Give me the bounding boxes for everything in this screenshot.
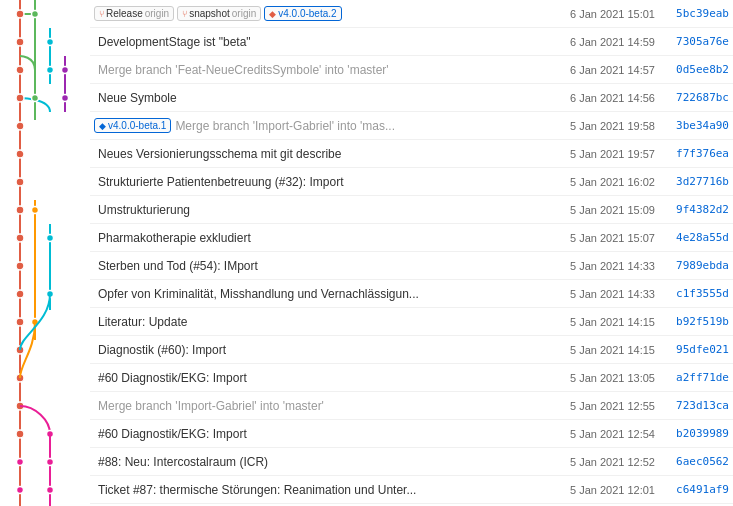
version-tag-badge[interactable]: ◆v4.0.0-beta.1 (94, 118, 171, 133)
version-tag-badge-2[interactable]: ◆v4.0.0-beta.2 (264, 6, 341, 21)
tag-icon: ◆ (269, 9, 276, 19)
tag-icon: ◆ (99, 121, 106, 131)
commit-message: Neues Versionierungsschema mit git descr… (98, 147, 541, 161)
tags-container: ◆v4.0.0-beta.1 (94, 118, 171, 133)
svg-point-24 (32, 11, 39, 18)
svg-point-10 (16, 122, 24, 130)
commit-hash[interactable]: 95dfe021 (659, 343, 729, 356)
svg-point-37 (47, 487, 54, 494)
commit-hash[interactable]: c1f3555d (659, 287, 729, 300)
commit-message: Merge branch 'Import-Gabriel' into 'mast… (98, 399, 541, 413)
commit-row[interactable]: Sterben und Tod (#54): IMport5 Jan 2021 … (90, 252, 733, 280)
commit-message: #60 Diagnostik/EKG: Import (98, 371, 541, 385)
commit-date: 5 Jan 2021 15:09 (545, 204, 655, 216)
commit-row[interactable]: ◆v4.0.0-beta.1Merge branch 'Import-Gabri… (90, 112, 733, 140)
commit-hash[interactable]: c6491af9 (659, 483, 729, 496)
branch-origin: origin (145, 8, 169, 19)
svg-point-13 (16, 206, 24, 214)
commit-date: 5 Jan 2021 13:05 (545, 372, 655, 384)
commit-message: #88: Neu: Intercostalraum (ICR) (98, 455, 541, 469)
svg-point-36 (47, 459, 54, 466)
commit-message: Strukturierte Patientenbetreuung (#32): … (98, 175, 541, 189)
commit-hash[interactable]: f7f376ea (659, 147, 729, 160)
commit-hash[interactable]: b2039989 (659, 427, 729, 440)
commit-hash[interactable]: 3d27716b (659, 175, 729, 188)
commit-row[interactable]: Neues Versionierungsschema mit git descr… (90, 140, 733, 168)
svg-point-21 (16, 430, 24, 438)
commit-date: 5 Jan 2021 14:15 (545, 344, 655, 356)
commit-message: Ticket #87: thermische Störungen: Reanim… (98, 483, 541, 497)
commit-date: 5 Jan 2021 14:33 (545, 288, 655, 300)
commit-row[interactable]: #60 Diagnostik/EKG: Import5 Jan 2021 12:… (90, 420, 733, 448)
commit-hash[interactable]: b92f519b (659, 315, 729, 328)
commit-message: Neue Symbole (98, 91, 541, 105)
commit-row[interactable]: Umstrukturierung5 Jan 2021 15:099f4382d2 (90, 196, 733, 224)
commit-hash[interactable]: 722687bc (659, 91, 729, 104)
commit-message: DevelopmentStage ist "beta" (98, 35, 541, 49)
commit-date: 6 Jan 2021 14:57 (545, 64, 655, 76)
commit-hash[interactable]: 7305a76e (659, 35, 729, 48)
commit-row[interactable]: #88: Neu: Intercostalraum (ICR)5 Jan 202… (90, 448, 733, 476)
svg-point-23 (17, 487, 24, 494)
commit-date: 5 Jan 2021 14:33 (545, 260, 655, 272)
commit-row[interactable]: Opfer von Kriminalität, Misshandlung und… (90, 280, 733, 308)
svg-point-27 (47, 67, 54, 74)
commit-date: 5 Jan 2021 19:58 (545, 120, 655, 132)
commits-panel: ⑂Release origin⑂snapshot origin◆v4.0.0-b… (90, 0, 733, 506)
svg-point-9 (16, 94, 24, 102)
commit-date: 5 Jan 2021 12:52 (545, 456, 655, 468)
commit-date: 6 Jan 2021 14:56 (545, 92, 655, 104)
commit-graph (0, 0, 90, 506)
commit-hash[interactable]: 6aec0562 (659, 455, 729, 468)
commit-message: Literatur: Update (98, 315, 541, 329)
tags-container: ⑂Release origin⑂snapshot origin◆v4.0.0-b… (94, 6, 342, 21)
commit-row[interactable]: ⑂Release origin⑂snapshot origin◆v4.0.0-b… (90, 0, 733, 28)
commit-date: 5 Jan 2021 12:54 (545, 428, 655, 440)
commit-date: 5 Jan 2021 12:01 (545, 484, 655, 496)
commit-row[interactable]: #60 Diagnostik/EKG: Import5 Jan 2021 13:… (90, 364, 733, 392)
commit-date: 5 Jan 2021 12:55 (545, 400, 655, 412)
commit-row[interactable]: Neue Symbole6 Jan 2021 14:56722687bc (90, 84, 733, 112)
tag-label: v4.0.0-beta.2 (278, 8, 336, 19)
commit-row[interactable]: Diagnostik (#60): Import5 Jan 2021 14:15… (90, 336, 733, 364)
commit-row[interactable]: Ticket #87: thermische Störungen: Reanim… (90, 476, 733, 504)
commit-message: Opfer von Kriminalität, Misshandlung und… (98, 287, 541, 301)
commit-hash[interactable]: 9f4382d2 (659, 203, 729, 216)
branch-icon: ⑂ (182, 9, 187, 19)
svg-point-17 (16, 318, 24, 326)
commit-date: 6 Jan 2021 15:01 (545, 8, 655, 20)
commit-row[interactable]: Merge branch 'Feat-NeueCreditsSymbole' i… (90, 56, 733, 84)
commit-row[interactable]: DevelopmentStage ist "beta"6 Jan 2021 14… (90, 28, 733, 56)
commit-message: Umstrukturierung (98, 203, 541, 217)
commit-message: #60 Diagnostik/EKG: Import (98, 427, 541, 441)
tag-label: v4.0.0-beta.1 (108, 120, 166, 131)
commit-date: 5 Jan 2021 14:15 (545, 316, 655, 328)
branch-tag-badge[interactable]: ⑂snapshot origin (177, 6, 261, 21)
commit-hash[interactable]: a2ff71de (659, 371, 729, 384)
commit-message: Merge branch 'Import-Gabriel' into 'mas.… (175, 119, 541, 133)
svg-point-25 (32, 95, 39, 102)
svg-point-16 (16, 290, 24, 298)
commit-row[interactable]: Literatur: Update5 Jan 2021 14:15b92f519… (90, 308, 733, 336)
branch-label: Release (106, 8, 143, 19)
commit-hash[interactable]: 0d5ee8b2 (659, 63, 729, 76)
commit-date: 6 Jan 2021 14:59 (545, 36, 655, 48)
branch-icon: ⑂ (99, 9, 104, 19)
commit-hash[interactable]: 3be34a90 (659, 119, 729, 132)
svg-point-8 (16, 66, 24, 74)
commit-row[interactable]: Pharmakotherapie exkludiert5 Jan 2021 15… (90, 224, 733, 252)
branch-tag-badge[interactable]: ⑂Release origin (94, 6, 174, 21)
commit-date: 5 Jan 2021 16:02 (545, 176, 655, 188)
commit-hash[interactable]: 5bc39eab (659, 7, 729, 20)
branch-origin: origin (232, 8, 256, 19)
svg-point-7 (16, 38, 24, 46)
svg-point-15 (16, 262, 24, 270)
svg-point-6 (16, 10, 24, 18)
commit-row[interactable]: Strukturierte Patientenbetreuung (#32): … (90, 168, 733, 196)
commit-hash[interactable]: 723d13ca (659, 399, 729, 412)
commit-hash[interactable]: 4e28a55d (659, 231, 729, 244)
commit-row[interactable]: Merge branch 'Import-Gabriel' into 'mast… (90, 392, 733, 420)
commit-hash[interactable]: 7989ebda (659, 259, 729, 272)
svg-point-11 (16, 150, 24, 158)
commit-message: Pharmakotherapie exkludiert (98, 231, 541, 245)
